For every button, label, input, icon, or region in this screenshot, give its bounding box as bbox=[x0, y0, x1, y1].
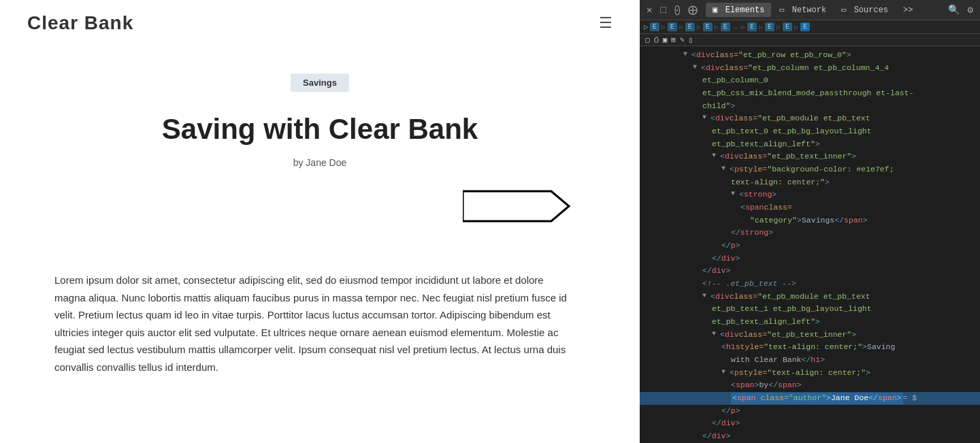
print-icon[interactable]: ⎙ bbox=[654, 36, 659, 44]
dom-line[interactable]: text-align: center;"> bbox=[640, 176, 980, 189]
tab-sources[interactable]: ▭ Sources bbox=[834, 3, 895, 17]
expand-arrow: ▼ bbox=[683, 50, 690, 60]
dom-text: </div> bbox=[712, 418, 980, 429]
dom-text: </div> bbox=[712, 253, 980, 265]
devtools-icon-row: ▢ ⎙ ▣ ⊞ ✎ ▯ bbox=[640, 34, 980, 46]
dom-line[interactable]: </div> bbox=[640, 252, 980, 265]
dom-line[interactable]: <h1 style="text-align: center;">Saving bbox=[640, 341, 980, 354]
dom-text: et_pb_text_align_left"> bbox=[712, 139, 980, 150]
dom-text: <div class="et_pb_module et_pb_text bbox=[710, 113, 980, 125]
screenshot-icon[interactable]: ▣ bbox=[663, 35, 668, 44]
comment-text: <!-- .et_pb_text --> bbox=[702, 278, 796, 290]
dom-text: <h1 style="text-align: center;">Saving bbox=[721, 342, 980, 353]
dom-line[interactable]: ▼ <strong> bbox=[640, 188, 980, 201]
minimize-icon[interactable]: □ bbox=[659, 3, 667, 17]
bc-item-9[interactable]: E bbox=[800, 22, 810, 31]
dom-line[interactable]: "category">Savings</span> bbox=[640, 214, 980, 227]
bc-item-1[interactable]: E bbox=[650, 22, 659, 31]
dom-line[interactable]: et_pb_text_0 et_pb_bg_layout_light bbox=[640, 125, 980, 138]
settings-icon[interactable]: ⚙ bbox=[966, 3, 975, 17]
tab-elements-icon: ▣ bbox=[713, 5, 717, 15]
dom-line[interactable]: ▼ <div class="et_pb_column et_pb_column_… bbox=[640, 62, 980, 75]
devtools-dom-content[interactable]: ▼ <div class="et_pb_row et_pb_row_0"> ▼ … bbox=[640, 46, 980, 443]
bc-item-3[interactable]: E bbox=[685, 22, 695, 31]
bc-item-7[interactable]: E bbox=[765, 22, 774, 31]
more-icon[interactable]: ▯ bbox=[689, 35, 693, 44]
dom-text: <p style="text-align: center;"> bbox=[730, 367, 980, 379]
dom-line[interactable]: <span class= bbox=[640, 201, 980, 214]
maximize-icon[interactable]: ⨀ bbox=[673, 3, 681, 17]
close-icon[interactable]: ✕ bbox=[645, 3, 653, 17]
article-author: by Jane Doe bbox=[54, 157, 585, 168]
logo-part2: Bank bbox=[84, 12, 133, 33]
dom-line[interactable]: child"> bbox=[640, 100, 980, 113]
tab-network[interactable]: ▭ Network bbox=[772, 3, 833, 17]
dom-line[interactable]: </p> bbox=[640, 405, 980, 418]
bc-item-4[interactable]: E bbox=[703, 22, 713, 31]
dom-line[interactable]: et_pb_text_align_left"> bbox=[640, 316, 980, 329]
article-title: Saving with Clear Bank bbox=[54, 112, 585, 146]
dom-line[interactable]: ▼ <div class="et_pb_module et_pb_text bbox=[640, 291, 980, 303]
site-logo: Clear Bank bbox=[27, 12, 133, 34]
savings-badge: Savings bbox=[291, 73, 349, 92]
dom-line[interactable]: et_pb_text_1 et_pb_bg_layout_light bbox=[640, 303, 980, 316]
dom-text: et_pb_css_mix_blend_mode_passthrough et-… bbox=[702, 88, 980, 99]
dom-line[interactable]: ▼ <div class="et_pb_row et_pb_row_0"> bbox=[640, 49, 980, 62]
dom-line[interactable]: ▼ <div class="et_pb_text_inner"> bbox=[640, 329, 980, 342]
dom-text: <div class="et_pb_column et_pb_column_4_… bbox=[701, 63, 980, 74]
bc-item-8[interactable]: E bbox=[783, 22, 792, 31]
dom-line[interactable]: </div> bbox=[640, 265, 980, 278]
dom-line[interactable]: </strong> bbox=[640, 227, 980, 240]
article-body-wrapper: Lorem ipsum dolor sit amet, consectetur … bbox=[0, 272, 640, 376]
dom-text: et_pb_text_1 et_pb_bg_layout_light bbox=[712, 303, 980, 315]
dom-text: "category">Savings</span> bbox=[750, 215, 980, 227]
dom-line[interactable]: ▼ <p style="background-color: #e1e7ef; bbox=[640, 163, 980, 176]
website-panel: Clear Bank ☰ Savings Saving with Clear B… bbox=[0, 0, 640, 443]
dom-line-selected[interactable]: <span class="author">Jane Doe</span> = $ bbox=[640, 392, 980, 405]
dom-line[interactable]: </div> bbox=[640, 430, 980, 443]
dom-line[interactable]: et_pb_text_align_left"> bbox=[640, 138, 980, 151]
bc-item-6[interactable]: E bbox=[747, 22, 757, 31]
tab-elements[interactable]: ▣ Elements bbox=[706, 3, 771, 17]
expand-arrow: ▼ bbox=[693, 63, 700, 73]
dom-text: <span class= bbox=[740, 202, 980, 214]
dom-text: <div class="et_pb_text_inner"> bbox=[720, 151, 980, 163]
dom-line[interactable]: with Clear Bank</h1> bbox=[640, 354, 980, 367]
dock-icon[interactable]: ⨁ bbox=[687, 3, 699, 17]
devtools-controls: ✕ □ ⨀ ⨁ bbox=[645, 3, 699, 17]
dom-text: </p> bbox=[721, 240, 980, 252]
tab-sources-icon: ▭ bbox=[841, 5, 846, 15]
devtools-breadcrumb: ▷ E ▷ E ▷ E ▷ E ▷ E … ▷ E ▷ E ▷ E ▷ E bbox=[640, 20, 980, 34]
bc-item-5[interactable]: E bbox=[721, 22, 730, 31]
dom-text: et_pb_text_align_left"> bbox=[712, 316, 980, 328]
site-content: Savings Saving with Clear Bank by Jane D… bbox=[0, 46, 640, 272]
dom-text: <strong> bbox=[739, 189, 980, 201]
dom-line[interactable]: <span>by </span> bbox=[640, 379, 980, 392]
new-node-icon[interactable]: ▢ bbox=[645, 35, 650, 44]
edit-icon[interactable]: ✎ bbox=[680, 35, 685, 44]
dom-line[interactable]: et_pb_column_0 bbox=[640, 74, 980, 87]
bc-bracket-1: ▷ bbox=[644, 22, 649, 31]
dom-line[interactable]: </p> bbox=[640, 240, 980, 252]
dom-line-comment[interactable]: <!-- .et_pb_text --> bbox=[640, 278, 980, 291]
search-icon[interactable]: 🔍 bbox=[947, 3, 961, 17]
dom-line[interactable]: ▼ <div class="et_pb_module et_pb_text bbox=[640, 112, 980, 125]
dom-line[interactable]: ▼ <p style="text-align: center;"> bbox=[640, 367, 980, 380]
dom-line[interactable]: ▼ <div class="et_pb_text_inner"> bbox=[640, 150, 980, 163]
dom-text: </div> bbox=[702, 431, 980, 442]
bc-item-2[interactable]: E bbox=[668, 22, 677, 31]
tab-more[interactable]: >> bbox=[896, 3, 919, 17]
svg-marker-0 bbox=[463, 191, 569, 221]
devtools-toolbar: ✕ □ ⨀ ⨁ ▣ Elements ▭ Network ▭ Sources >… bbox=[640, 0, 980, 20]
dom-text: <p style="background-color: #e1e7ef; bbox=[730, 164, 980, 176]
dom-line[interactable]: </div> bbox=[640, 417, 980, 430]
dom-text: with Clear Bank</h1> bbox=[731, 355, 980, 366]
arrow-chevron bbox=[463, 188, 572, 224]
dom-text: text-align: center;"> bbox=[731, 177, 980, 188]
dom-text: <div class="et_pb_module et_pb_text bbox=[710, 291, 980, 303]
article-body: Lorem ipsum dolor sit amet, consectetur … bbox=[54, 272, 572, 376]
devtools-panel: ✕ □ ⨀ ⨁ ▣ Elements ▭ Network ▭ Sources >… bbox=[640, 0, 980, 443]
dom-line[interactable]: et_pb_css_mix_blend_mode_passthrough et-… bbox=[640, 87, 980, 100]
hamburger-icon[interactable]: ☰ bbox=[599, 14, 612, 32]
grid-icon[interactable]: ⊞ bbox=[671, 35, 676, 44]
